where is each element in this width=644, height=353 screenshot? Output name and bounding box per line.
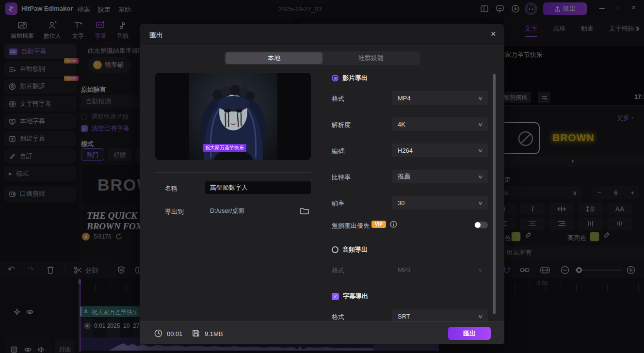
format-value: MP4 bbox=[398, 95, 411, 102]
audio-export-label: 音頻導出 bbox=[342, 245, 368, 254]
folder-icon[interactable] bbox=[300, 207, 309, 215]
app-window: HitPaw Edimakor 檔案 設定 幫助 2025-10-27_03 匯… bbox=[0, 0, 644, 353]
export-to-label: 導出到 bbox=[165, 208, 184, 216]
subtitle-export-checkbox[interactable]: ✓ 字幕導出 bbox=[332, 292, 368, 301]
export-duration: 00:01 bbox=[167, 330, 183, 337]
export-to-input[interactable]: D:/user/桌面 bbox=[205, 205, 295, 217]
close-icon[interactable]: × bbox=[491, 29, 496, 39]
export-dialog: 匯出 × 本地 社群媒體 bbox=[140, 24, 504, 344]
preview-subtitle-caption: 祝大家万圣节快乐 bbox=[203, 144, 246, 152]
framerate-value: 30 bbox=[398, 199, 404, 207]
codec-label: 編碼 bbox=[332, 147, 344, 156]
subtitle-format-value: SRT bbox=[398, 313, 410, 320]
export-confirm-label: 匯出 bbox=[463, 329, 476, 338]
subtitle-format-select[interactable]: SRT∨ bbox=[392, 309, 488, 323]
chevron-down-icon: ∨ bbox=[478, 174, 483, 179]
lossless-label: 無損匯出優先 bbox=[332, 222, 370, 230]
codec-select[interactable]: H264∨ bbox=[392, 144, 488, 157]
dialog-footer: 00:01 9.1MB 匯出 bbox=[140, 321, 504, 344]
resolution-value: 4K bbox=[398, 121, 405, 128]
name-label: 名稱 bbox=[165, 184, 177, 193]
resolution-select[interactable]: 4K∨ bbox=[392, 117, 488, 131]
resolution-label: 解析度 bbox=[332, 121, 351, 129]
checkbox-checked-icon: ✓ bbox=[332, 293, 339, 300]
framerate-select[interactable]: 30∨ bbox=[392, 196, 488, 209]
disk-icon bbox=[192, 329, 200, 337]
dialog-scrollbar[interactable] bbox=[493, 74, 496, 314]
chevron-down-icon: ∨ bbox=[478, 148, 483, 153]
export-confirm-button[interactable]: 匯出 bbox=[448, 327, 491, 340]
codec-value: H264 bbox=[398, 147, 413, 154]
dialog-tabs: 本地 社群媒體 bbox=[225, 51, 420, 65]
dialog-header: 匯出 × bbox=[140, 24, 504, 46]
audio-format-select: MP3∨ bbox=[392, 263, 488, 276]
dialog-title: 匯出 bbox=[149, 31, 163, 40]
export-to-value: D:/user/桌面 bbox=[210, 207, 245, 215]
tab-local[interactable]: 本地 bbox=[225, 52, 322, 64]
export-size: 9.1MB bbox=[205, 330, 223, 337]
tab-social[interactable]: 社群媒體 bbox=[322, 52, 419, 64]
lossless-toggle[interactable] bbox=[474, 222, 488, 228]
export-preview: 祝大家万圣节快乐 bbox=[155, 73, 311, 160]
clock-icon bbox=[154, 329, 162, 337]
format-select[interactable]: MP4∨ bbox=[392, 91, 488, 105]
format-label: 格式 bbox=[332, 95, 344, 103]
audio-format-value: MP3 bbox=[398, 266, 411, 273]
name-input[interactable]: 萬聖節數字人 bbox=[205, 181, 311, 194]
vip-badge: VIP bbox=[371, 221, 386, 228]
info-icon[interactable] bbox=[390, 221, 397, 228]
audio-export-radio[interactable]: 音頻導出 bbox=[332, 245, 368, 254]
chevron-down-icon: ∨ bbox=[478, 314, 483, 319]
video-export-radio[interactable]: 影片導出 bbox=[332, 74, 368, 82]
bitrate-label: 比特率 bbox=[332, 173, 351, 182]
video-export-label: 影片導出 bbox=[342, 74, 368, 82]
chevron-down-icon: ∨ bbox=[478, 200, 483, 206]
chevron-down-icon: ∨ bbox=[478, 122, 483, 127]
preview-image: 祝大家万圣节快乐 bbox=[189, 73, 277, 160]
radio-icon bbox=[332, 246, 338, 253]
chevron-down-icon: ∨ bbox=[478, 267, 483, 273]
bitrate-select[interactable]: 推薦∨ bbox=[392, 170, 488, 183]
chevron-down-icon: ∨ bbox=[478, 96, 483, 101]
audio-format-label: 格式 bbox=[332, 266, 344, 275]
name-value: 萬聖節數字人 bbox=[210, 183, 248, 192]
bitrate-value: 推薦 bbox=[398, 172, 410, 181]
radio-checked-icon bbox=[332, 75, 338, 81]
subtitle-export-label: 字幕導出 bbox=[343, 292, 368, 301]
subtitle-format-label: 格式 bbox=[332, 313, 344, 321]
framerate-label: 幀率 bbox=[332, 199, 344, 208]
divider bbox=[155, 172, 311, 173]
